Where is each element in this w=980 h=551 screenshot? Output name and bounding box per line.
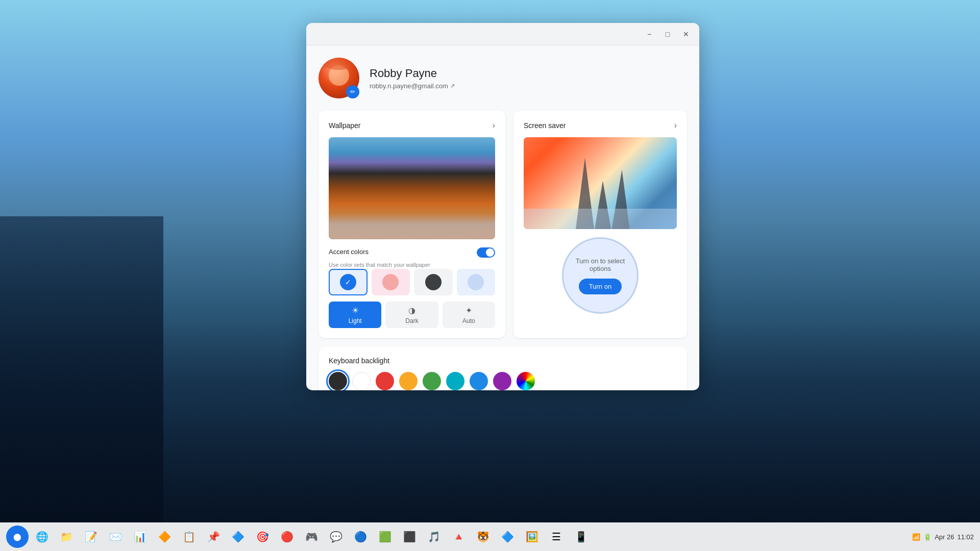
color-swatch-dark[interactable] bbox=[414, 269, 453, 295]
wallpaper-header: Wallpaper › bbox=[329, 121, 495, 130]
taskbar-app4[interactable]: 🟩 bbox=[374, 525, 396, 548]
chrome-icon: 🌐 bbox=[36, 531, 48, 543]
app7-icon: 🔷 bbox=[501, 531, 514, 543]
wallpaper-preview[interactable] bbox=[329, 137, 495, 239]
theme-light-button[interactable]: ☀ Light bbox=[329, 302, 381, 328]
accent-toggle[interactable] bbox=[477, 247, 495, 258]
taskbar-left: ⬤ 🌐 📁 📝 ✉️ 📊 🔶 📋 📌 bbox=[6, 525, 592, 548]
trello-icon: 📌 bbox=[207, 531, 220, 543]
dark-label: Dark bbox=[405, 317, 418, 324]
close-button[interactable]: ✕ bbox=[679, 27, 693, 41]
color-swatches: ✓ bbox=[329, 269, 495, 295]
backlight-color-cyan[interactable] bbox=[446, 372, 464, 390]
taskbar-gmail[interactable]: ✉️ bbox=[104, 525, 127, 548]
discord-icon: 🎮 bbox=[305, 531, 318, 543]
backlight-colors bbox=[329, 372, 677, 390]
wallpaper-card: Wallpaper › Accent colors bbox=[318, 111, 505, 338]
user-email-row: robby.n.payne@gmail.com ↗ bbox=[370, 82, 455, 90]
keyboard-backlight-card: Keyboard backlight bbox=[318, 346, 687, 390]
accent-subtitle: Use color sets that match your wallpaper bbox=[329, 262, 430, 268]
screen-saver-body: Turn on to select options Turn on bbox=[524, 237, 677, 314]
backlight-color-off[interactable] bbox=[329, 372, 347, 390]
taskbar-app3[interactable]: 🔵 bbox=[349, 525, 372, 548]
edit-icon: ✏ bbox=[350, 88, 355, 95]
color-swatch-blue[interactable]: ✓ bbox=[329, 269, 368, 295]
phone-icon: 📱 bbox=[575, 531, 587, 543]
backlight-color-purple[interactable] bbox=[493, 372, 511, 390]
turn-on-circle: Turn on to select options Turn on bbox=[562, 237, 639, 314]
backlight-color-white[interactable] bbox=[352, 372, 371, 390]
photos-icon: 🖼️ bbox=[526, 531, 538, 543]
taskbar-status[interactable]: 📶 🔋 Apr 26 11:02 bbox=[912, 533, 974, 541]
gmail-icon: ✉️ bbox=[109, 531, 122, 543]
color-swatch-light-blue[interactable] bbox=[457, 269, 496, 295]
light-label: Light bbox=[349, 317, 362, 324]
app3-icon: 🔵 bbox=[354, 531, 367, 543]
taskbar-files[interactable]: 📁 bbox=[55, 525, 78, 548]
user-name: Robby Payne bbox=[370, 67, 455, 80]
taskbar-wordpress[interactable]: 🔷 bbox=[227, 525, 249, 548]
sheets-icon: 📊 bbox=[134, 531, 146, 543]
taskbar-nvidia[interactable]: ⬛ bbox=[398, 525, 421, 548]
slides-icon: 🔶 bbox=[158, 531, 171, 543]
taskbar-whatsapp[interactable]: 💬 bbox=[325, 525, 347, 548]
app6-icon: 🐯 bbox=[477, 531, 489, 543]
taskbar-screencast[interactable]: 🎯 bbox=[251, 525, 274, 548]
taskbar-phone[interactable]: 📱 bbox=[570, 525, 592, 548]
taskbar-trello[interactable]: 📌 bbox=[202, 525, 225, 548]
files-icon: 📁 bbox=[60, 531, 73, 543]
accent-title: Accent colors bbox=[329, 248, 369, 256]
screensaver-preview bbox=[524, 137, 677, 229]
taskbar: ⬤ 🌐 📁 📝 ✉️ 📊 🔶 📋 📌 bbox=[0, 522, 980, 551]
turn-on-button[interactable]: Turn on bbox=[579, 279, 622, 294]
backlight-color-green[interactable] bbox=[423, 372, 441, 390]
theme-auto-button[interactable]: ✦ Auto bbox=[443, 302, 495, 328]
maximize-button[interactable]: □ bbox=[660, 27, 675, 41]
edit-avatar-button[interactable]: ✏ bbox=[346, 85, 359, 98]
window-titlebar: − □ ✕ bbox=[306, 23, 699, 45]
backlight-color-rainbow[interactable] bbox=[517, 372, 535, 390]
backlight-color-red[interactable] bbox=[376, 372, 394, 390]
taskbar-app5[interactable]: 🔺 bbox=[447, 525, 470, 548]
color-swatch-pink[interactable] bbox=[372, 269, 410, 295]
battery-icon: 🔋 bbox=[923, 533, 932, 541]
app2-icon: 🔴 bbox=[281, 531, 293, 543]
nvidia-icon: ⬛ bbox=[403, 531, 416, 543]
taskbar-spotify[interactable]: 🎵 bbox=[423, 525, 445, 548]
user-info: Robby Payne robby.n.payne@gmail.com ↗ bbox=[370, 67, 455, 90]
date-display: Apr 26 bbox=[935, 533, 954, 541]
theme-dark-button[interactable]: ◑ Dark bbox=[385, 302, 438, 328]
light-icon: ☀ bbox=[352, 306, 359, 315]
dark-icon: ◑ bbox=[408, 306, 415, 315]
screencast-icon: 🎯 bbox=[256, 531, 269, 543]
wordpress-icon: 🔷 bbox=[232, 531, 244, 543]
menu-icon: ☰ bbox=[552, 531, 561, 543]
cards-row: Wallpaper › Accent colors bbox=[318, 111, 687, 338]
keyboard-backlight-title: Keyboard backlight bbox=[329, 357, 677, 365]
taskbar-photos[interactable]: 🖼️ bbox=[521, 525, 543, 548]
taskbar-app2[interactable]: 🔴 bbox=[276, 525, 298, 548]
screen-saver-title: Screen saver bbox=[524, 121, 566, 130]
taskbar-menu[interactable]: ☰ bbox=[545, 525, 568, 548]
taskbar-app6[interactable]: 🐯 bbox=[472, 525, 494, 548]
taskbar-slides[interactable]: 🔶 bbox=[153, 525, 176, 548]
external-link-icon[interactable]: ↗ bbox=[450, 83, 455, 89]
auto-icon: ✦ bbox=[465, 306, 472, 315]
backlight-color-blue[interactable] bbox=[470, 372, 488, 390]
taskbar-chrome[interactable]: 🌐 bbox=[31, 525, 53, 548]
taskbar-launcher[interactable]: ⬤ bbox=[6, 525, 29, 548]
time-display: 11:02 bbox=[957, 533, 974, 541]
taskbar-docs[interactable]: 📝 bbox=[80, 525, 102, 548]
taskbar-keep[interactable]: 📋 bbox=[178, 525, 200, 548]
wallpaper-arrow[interactable]: › bbox=[493, 121, 495, 130]
taskbar-sheets[interactable]: 📊 bbox=[129, 525, 151, 548]
minimize-button[interactable]: − bbox=[642, 27, 656, 41]
backlight-color-yellow[interactable] bbox=[399, 372, 418, 390]
auto-label: Auto bbox=[462, 317, 475, 324]
wifi-icon: 📶 bbox=[912, 533, 920, 541]
taskbar-discord[interactable]: 🎮 bbox=[300, 525, 323, 548]
whatsapp-icon: 💬 bbox=[330, 531, 342, 543]
screen-saver-arrow[interactable]: › bbox=[674, 121, 677, 130]
taskbar-app7[interactable]: 🔷 bbox=[496, 525, 519, 548]
accent-colors-section: Accent colors Use color sets that match … bbox=[329, 247, 495, 328]
